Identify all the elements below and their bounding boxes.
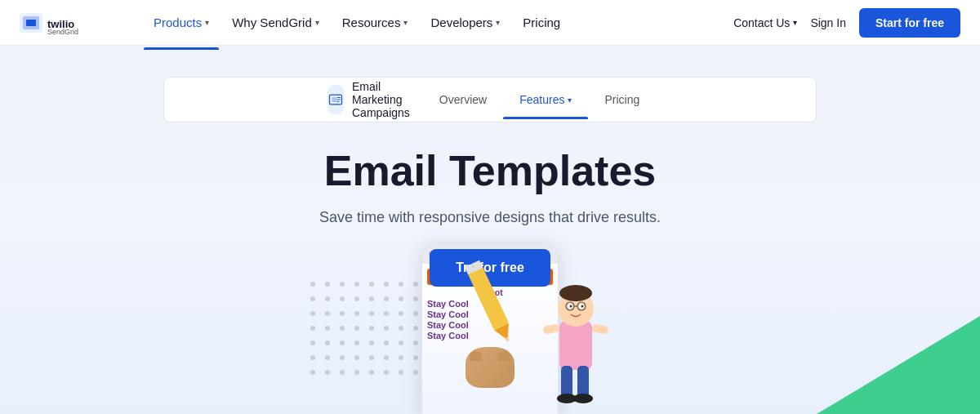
nav-links: Products ▾ Why SendGrid ▾ Resources ▾ De… (144, 9, 733, 36)
nav-why-sendgrid[interactable]: Why SendGrid ▾ (222, 9, 329, 36)
products-chevron-icon: ▾ (205, 18, 209, 27)
svg-point-17 (559, 285, 592, 301)
nav-resources[interactable]: Resources ▾ (332, 9, 418, 36)
nav-developers[interactable]: Developers ▾ (421, 9, 510, 36)
svg-rect-26 (591, 323, 608, 334)
svg-text:SendGrid: SendGrid (47, 28, 78, 36)
features-chevron-icon: ▾ (568, 96, 572, 105)
svg-point-20 (570, 305, 572, 308)
sub-nav-title: Email Marketing Campaigns (352, 80, 423, 119)
tab-pricing[interactable]: Pricing (588, 80, 656, 119)
tab-overview[interactable]: Overview (423, 80, 503, 119)
tab-features[interactable]: Features ▾ (503, 80, 588, 119)
contact-chevron-icon: ▾ (793, 18, 797, 27)
svg-point-21 (581, 305, 584, 308)
sign-in-button[interactable]: Sign In (810, 16, 846, 29)
email-campaigns-icon (327, 85, 344, 114)
nav-pricing[interactable]: Pricing (513, 9, 570, 36)
svg-rect-15 (559, 321, 592, 370)
logo[interactable]: twilio SendGrid (20, 10, 118, 36)
main-nav: twilio SendGrid Products ▾ Why SendGrid … (0, 0, 980, 46)
start-free-button[interactable]: Start for free (859, 8, 960, 38)
hero-section: Email Templates Save time with responsiv… (0, 122, 980, 287)
svg-rect-6 (332, 98, 336, 102)
dog-illustration (427, 347, 553, 388)
nav-right: Contact Us ▾ Sign In Start for free (733, 8, 960, 38)
why-chevron-icon: ▾ (315, 18, 319, 27)
nav-products[interactable]: Products ▾ (144, 9, 219, 36)
sub-nav-tabs: Overview Features ▾ Pricing (423, 80, 656, 119)
svg-point-30 (573, 394, 593, 403)
content-wrapper: Email Marketing Campaigns Overview Featu… (0, 60, 980, 287)
sub-nav-brand: Email Marketing Campaigns (327, 80, 423, 119)
resources-chevron-icon: ▾ (403, 18, 408, 27)
contact-us-button[interactable]: Contact Us ▾ (733, 16, 797, 29)
character-illustration (539, 264, 612, 414)
svg-rect-25 (542, 323, 559, 334)
logo-svg: twilio SendGrid (20, 10, 118, 36)
page-title: Email Templates (324, 147, 657, 196)
developers-chevron-icon: ▾ (496, 18, 500, 27)
page-subtitle: Save time with responsive designs that d… (319, 209, 661, 226)
sub-nav-bar: Email Marketing Campaigns Overview Featu… (163, 77, 817, 122)
svg-rect-2 (26, 20, 36, 26)
